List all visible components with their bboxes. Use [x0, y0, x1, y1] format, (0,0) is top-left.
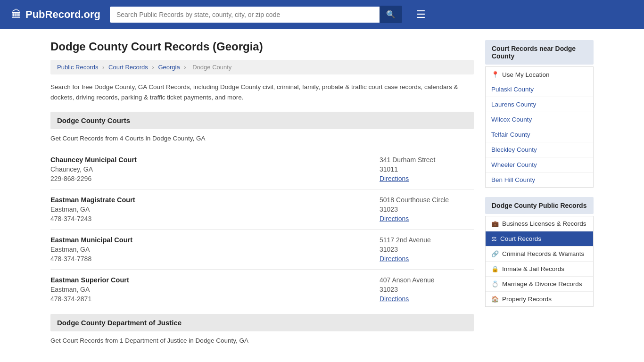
public-record-item[interactable]: 🔒Inmate & Jail Records	[486, 262, 593, 277]
record-type-icon: 💍	[491, 280, 499, 288]
dept-count: Get Court Records from 1 Department of J…	[50, 337, 474, 344]
court-address-block: 5018 Courthouse Circle 31023 Directions	[380, 196, 474, 222]
court-city: Eastman, GA	[50, 206, 135, 213]
court-street: 407 Anson Avenue	[380, 276, 474, 284]
court-name: Eastman Magistrate Court	[50, 196, 135, 204]
record-type-icon: ⚖	[491, 235, 497, 242]
nearby-county-item[interactable]: Ben Hill County	[486, 173, 593, 187]
directions-button[interactable]: Directions	[380, 255, 409, 263]
court-phone: 478-374-2871	[50, 295, 129, 303]
public-record-item[interactable]: 🏠Property Records	[486, 292, 593, 306]
nearby-title: Court Records near Dodge County	[485, 40, 594, 65]
public-records-title: Dodge County Public Records	[485, 197, 594, 214]
court-city: Chauncey, GA	[50, 165, 137, 173]
use-location[interactable]: 📍 Use My Location	[485, 66, 594, 82]
court-street: 5018 Courthouse Circle	[380, 196, 474, 204]
directions-button[interactable]: Directions	[380, 295, 409, 303]
court-zip: 31023	[380, 286, 474, 293]
public-record-item[interactable]: 💍Marriage & Divorce Records	[486, 277, 593, 292]
court-city: Eastman, GA	[50, 286, 129, 293]
nearby-county-item[interactable]: Pulaski County	[486, 82, 593, 97]
breadcrumb-dodge-county: Dodge County	[192, 64, 231, 71]
record-type-label: Business Licenses & Records	[502, 220, 586, 227]
court-address-block: 5117 2nd Avenue 31023 Directions	[380, 236, 474, 263]
court-info: Eastman Magistrate Court Eastman, GA 478…	[50, 196, 135, 222]
breadcrumb-court-records[interactable]: Court Records	[108, 64, 148, 71]
court-phone: 478-374-7243	[50, 215, 135, 222]
logo-text: PubRecord.org	[25, 8, 100, 21]
record-type-icon: 💼	[491, 220, 499, 227]
record-type-icon: 🏠	[491, 296, 499, 303]
court-entry: Eastman Municipal Court Eastman, GA 478-…	[50, 230, 474, 270]
court-zip: 31023	[380, 206, 474, 213]
breadcrumb: Public Records › Court Records › Georgia…	[50, 60, 474, 74]
court-phone: 478-374-7788	[50, 255, 132, 263]
breadcrumb-sep3: ›	[184, 64, 188, 71]
search-button[interactable]: 🔍	[380, 6, 402, 23]
court-zip: 31023	[380, 246, 474, 253]
dept-header: Dodge County Department of Justice	[50, 314, 474, 331]
hamburger-icon: ☰	[416, 8, 426, 20]
main-container: Dodge County Court Records (Georgia) Pub…	[39, 29, 605, 352]
courts-count: Get Court Records from 4 Courts in Dodge…	[50, 135, 474, 142]
use-location-label: Use My Location	[502, 71, 550, 78]
nearby-section: Court Records near Dodge County 📍 Use My…	[485, 40, 594, 188]
breadcrumb-sep1: ›	[102, 64, 106, 71]
nearby-county-list: Pulaski CountyLaurens CountyWilcox Count…	[485, 82, 594, 188]
court-zip: 31011	[380, 165, 474, 173]
nearby-county-item[interactable]: Laurens County	[486, 97, 593, 112]
court-phone: 229-868-2296	[50, 175, 137, 182]
main-content: Dodge County Court Records (Georgia) Pub…	[50, 40, 474, 352]
court-name: Chauncey Municipal Court	[50, 156, 137, 164]
court-address-block: 407 Anson Avenue 31023 Directions	[380, 276, 474, 303]
record-type-label: Criminal Records & Warrants	[502, 250, 584, 257]
court-street: 5117 2nd Avenue	[380, 236, 474, 244]
courts-list: Chauncey Municipal Court Chauncey, GA 22…	[50, 149, 474, 309]
breadcrumb-public-records[interactable]: Public Records	[57, 64, 98, 71]
directions-button[interactable]: Directions	[380, 175, 409, 182]
court-street: 341 Durham Street	[380, 156, 474, 164]
sidebar: Court Records near Dodge County 📍 Use My…	[485, 40, 594, 352]
logo[interactable]: 🏛 PubRecord.org	[11, 8, 100, 21]
breadcrumb-sep2: ›	[152, 64, 156, 71]
page-title: Dodge County Court Records (Georgia)	[50, 40, 474, 53]
logo-icon: 🏛	[11, 8, 22, 21]
location-pin-icon: 📍	[491, 71, 499, 78]
search-input[interactable]	[110, 7, 380, 23]
court-info: Chauncey Municipal Court Chauncey, GA 22…	[50, 156, 137, 182]
public-record-item[interactable]: 💼Business Licenses & Records	[486, 216, 593, 231]
record-type-label: Inmate & Jail Records	[502, 265, 564, 272]
court-entry: Eastman Superior Court Eastman, GA 478-3…	[50, 270, 474, 309]
court-address-block: 341 Durham Street 31011 Directions	[380, 156, 474, 182]
record-type-label: Marriage & Divorce Records	[502, 280, 582, 288]
court-entry: Eastman Magistrate Court Eastman, GA 478…	[50, 189, 474, 230]
public-records-section: Dodge County Public Records 💼Business Li…	[485, 197, 594, 307]
record-type-icon: 🔗	[491, 250, 499, 257]
dept-section: Dodge County Department of Justice Get C…	[50, 314, 474, 344]
record-type-icon: 🔒	[491, 265, 499, 272]
search-icon: 🔍	[386, 10, 396, 18]
nearby-county-item[interactable]: Wilcox County	[486, 112, 593, 127]
site-header: 🏛 PubRecord.org 🔍 ☰	[0, 0, 644, 29]
menu-button[interactable]: ☰	[416, 8, 426, 21]
page-description: Search for free Dodge County, GA Court R…	[50, 82, 474, 102]
record-type-label: Court Records	[500, 235, 541, 242]
court-city: Eastman, GA	[50, 246, 132, 253]
nearby-county-item[interactable]: Bleckley County	[486, 142, 593, 157]
public-records-list: 💼Business Licenses & Records⚖Court Recor…	[485, 216, 594, 307]
public-record-item[interactable]: 🔗Criminal Records & Warrants	[486, 247, 593, 262]
court-entry: Chauncey Municipal Court Chauncey, GA 22…	[50, 149, 474, 189]
courts-section-header: Dodge County Courts	[50, 112, 474, 129]
breadcrumb-georgia[interactable]: Georgia	[158, 64, 180, 71]
nearby-county-item[interactable]: Wheeler County	[486, 157, 593, 173]
court-info: Eastman Municipal Court Eastman, GA 478-…	[50, 236, 132, 263]
public-record-item[interactable]: ⚖Court Records	[486, 231, 593, 247]
nearby-county-item[interactable]: Telfair County	[486, 127, 593, 142]
court-name: Eastman Superior Court	[50, 276, 129, 284]
court-name: Eastman Municipal Court	[50, 236, 132, 244]
search-bar: 🔍	[110, 6, 402, 23]
court-info: Eastman Superior Court Eastman, GA 478-3…	[50, 276, 129, 303]
directions-button[interactable]: Directions	[380, 215, 409, 222]
record-type-label: Property Records	[502, 296, 552, 303]
